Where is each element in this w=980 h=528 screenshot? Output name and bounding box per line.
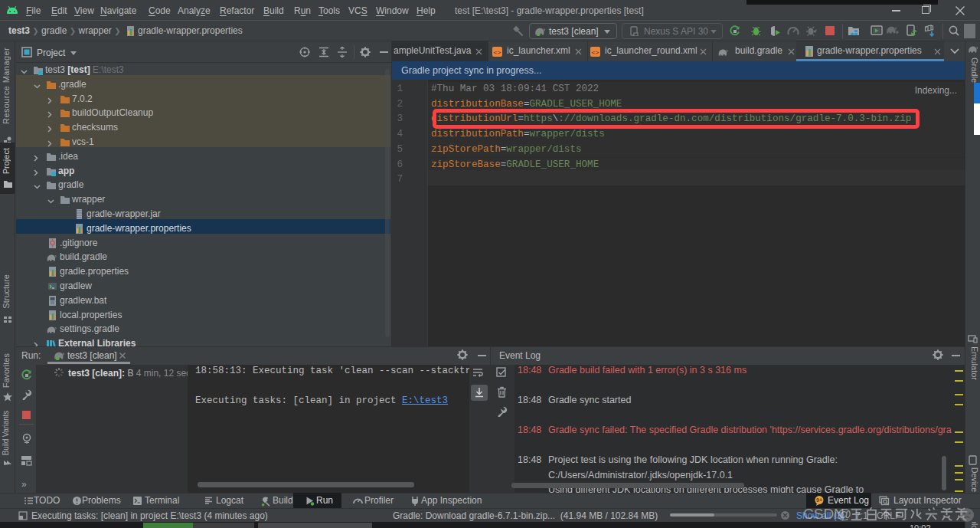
svg-text:9+: 9+: [816, 497, 822, 503]
svg-text:<>: <>: [592, 49, 599, 56]
svg-text:<>: <>: [494, 49, 501, 56]
